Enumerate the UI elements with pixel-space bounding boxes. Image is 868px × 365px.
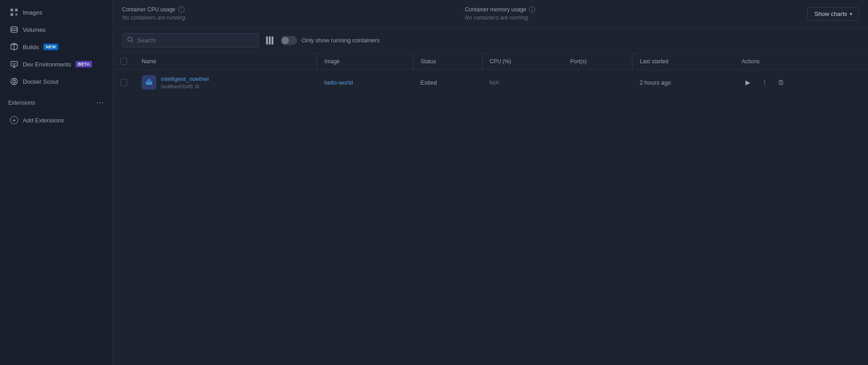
cpu-stat-block: Container CPU usage i No containers are … (122, 6, 465, 21)
svg-rect-1 (15, 9, 18, 11)
memory-info-icon[interactable]: i (529, 6, 535, 13)
status-badge: Exited (421, 79, 437, 86)
row-last-started-cell: 2 hours ago (632, 70, 734, 96)
volumes-icon (10, 25, 18, 34)
columns-toggle-icon[interactable] (264, 35, 275, 46)
search-input[interactable] (137, 37, 254, 44)
th-status: Status (413, 53, 482, 70)
running-only-toggle[interactable] (281, 36, 297, 45)
memory-stat-value: No containers are running. (465, 15, 807, 21)
svg-rect-18 (146, 81, 152, 82)
svg-point-15 (128, 37, 132, 41)
svg-rect-21 (779, 81, 783, 85)
table-header-row: Name Image Status CPU (%) Port(s) (113, 53, 868, 70)
container-name-wrap: intelligent_noether 0ed8bed7b4f8 ⧉ (142, 75, 310, 90)
svg-point-7 (11, 27, 17, 29)
actions-cell: ▶ ⋮ (742, 76, 861, 89)
extensions-section: Extensions ⋯ (0, 94, 113, 112)
show-charts-button[interactable]: Show charts ▾ (807, 7, 859, 20)
running-only-toggle-wrap: Only show running containers (281, 36, 380, 45)
sidebar-item-dev-environments-label: Dev Environments (23, 61, 71, 68)
container-id-row: 0ed8bed7b4f8 ⧉ (161, 83, 209, 90)
svg-rect-8 (11, 61, 17, 66)
row-checkbox[interactable] (120, 79, 127, 86)
row-image-cell: hello-world (317, 70, 413, 96)
running-only-label: Only show running containers (302, 37, 380, 44)
image-link[interactable]: hello-world (324, 79, 353, 86)
stats-row: Container CPU usage i No containers are … (113, 0, 868, 28)
builds-new-badge: NEW (43, 44, 58, 50)
search-icon (127, 36, 134, 44)
svg-point-12 (13, 80, 15, 83)
container-icon (142, 75, 156, 90)
extensions-label: Extensions (8, 100, 35, 106)
th-cpu: CPU (%) (482, 53, 563, 70)
dev-env-icon (10, 60, 18, 68)
show-charts-label: Show charts (814, 10, 847, 17)
copy-id-icon[interactable]: ⧉ (195, 83, 199, 90)
sidebar-item-images-label: Images (23, 9, 42, 16)
sidebar-item-docker-scout-label: Docker Scout (23, 78, 58, 85)
row-name-cell: intelligent_noether 0ed8bed7b4f8 ⧉ (134, 70, 317, 96)
memory-stat-title: Container memory usage i (465, 6, 807, 13)
images-icon (10, 8, 18, 16)
cpu-stat-label: Container CPU usage (122, 6, 175, 13)
th-actions: Actions (734, 53, 868, 70)
table-body: intelligent_noether 0ed8bed7b4f8 ⧉ hello… (113, 70, 868, 96)
svg-rect-20 (149, 79, 150, 81)
main-content: Container CPU usage i No containers are … (113, 0, 868, 365)
th-select-all[interactable] (113, 53, 134, 70)
delete-button[interactable] (775, 76, 787, 89)
add-extensions-item[interactable]: + Add Extensions (3, 112, 110, 128)
th-last-started: Last started (632, 53, 734, 70)
sidebar-item-docker-scout[interactable]: Docker Scout (3, 73, 110, 90)
memory-stat-label: Container memory usage (465, 6, 526, 13)
start-button[interactable]: ▶ (742, 76, 755, 89)
th-image: Image (317, 53, 413, 70)
cpu-stat-value: No containers are running. (122, 15, 465, 21)
container-name-link[interactable]: intelligent_noether (161, 76, 209, 82)
sidebar-item-images[interactable]: Images (3, 4, 110, 20)
sidebar-item-dev-environments[interactable]: Dev Environments BETA (3, 56, 110, 72)
row-status-cell: Exited (413, 70, 482, 96)
row-ports-cell (563, 70, 632, 96)
toolbar: Only show running containers (113, 28, 868, 53)
container-id-text: 0ed8bed7b4f8 (161, 84, 193, 89)
svg-rect-2 (10, 13, 13, 16)
name-col: intelligent_noether 0ed8bed7b4f8 ⧉ (161, 76, 209, 90)
svg-line-16 (132, 41, 134, 43)
add-extensions-icon: + (10, 116, 18, 124)
extensions-menu-icon[interactable]: ⋯ (96, 98, 104, 107)
cpu-value: N/A (489, 79, 499, 86)
last-started-value: 2 hours ago (640, 79, 671, 86)
th-name: Name (134, 53, 317, 70)
chevron-down-icon: ▾ (850, 11, 852, 16)
row-actions-cell: ▶ ⋮ (734, 70, 868, 96)
memory-stat-block: Container memory usage i No containers a… (465, 6, 807, 21)
builds-icon (10, 43, 18, 51)
sidebar-item-volumes[interactable]: Volumes (3, 21, 110, 38)
sidebar: Images Volumes Builds NEW (0, 0, 113, 365)
row-select-cell[interactable] (113, 70, 134, 96)
containers-table: Name Image Status CPU (%) Port(s) (113, 53, 868, 96)
sidebar-item-builds-label: Builds (23, 44, 39, 51)
row-cpu-cell: N/A (482, 70, 563, 96)
toggle-knob (282, 37, 289, 44)
sidebar-item-volumes-label: Volumes (23, 26, 46, 33)
dev-env-beta-badge: BETA (76, 61, 92, 67)
search-wrap[interactable] (122, 33, 259, 47)
containers-table-wrap: Name Image Status CPU (%) Port(s) (113, 53, 868, 365)
svg-rect-19 (148, 79, 149, 81)
cpu-stat-title: Container CPU usage i (122, 6, 465, 13)
svg-rect-0 (10, 9, 13, 11)
cpu-info-icon[interactable]: i (178, 6, 185, 13)
add-extensions-label: Add Extensions (23, 117, 64, 124)
table-row: intelligent_noether 0ed8bed7b4f8 ⧉ hello… (113, 70, 868, 96)
th-ports: Port(s) (563, 53, 632, 70)
select-all-checkbox[interactable] (120, 58, 127, 65)
docker-scout-icon (10, 77, 18, 86)
sidebar-item-builds[interactable]: Builds NEW (3, 39, 110, 55)
more-actions-button[interactable]: ⋮ (758, 76, 771, 89)
